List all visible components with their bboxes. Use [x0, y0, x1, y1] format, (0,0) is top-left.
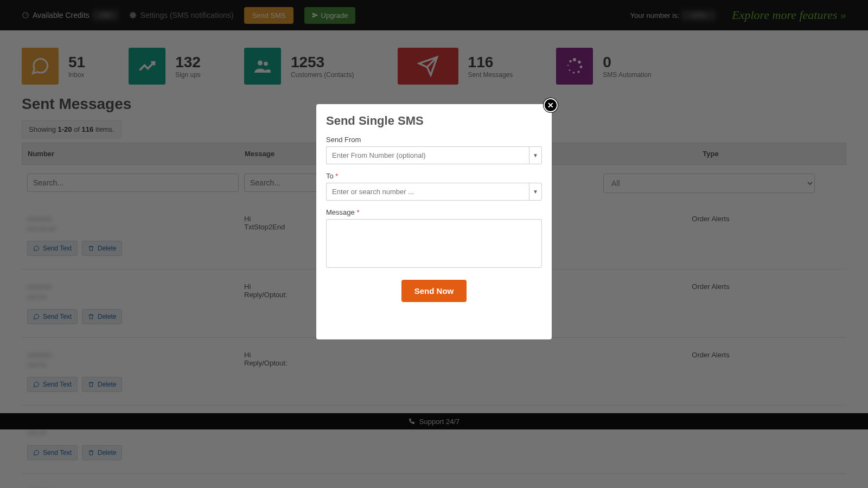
to-input[interactable]	[326, 183, 529, 201]
to-label: To *	[326, 172, 542, 180]
send-from-input[interactable]	[326, 146, 529, 164]
close-icon[interactable]: ✕	[544, 98, 558, 112]
modal-title: Send Single SMS	[326, 114, 542, 128]
message-label: Message *	[326, 208, 542, 216]
send-now-button[interactable]: Send Now	[401, 280, 467, 302]
chevron-down-icon[interactable]: ▼	[529, 146, 542, 164]
chevron-down-icon[interactable]: ▼	[529, 183, 542, 201]
message-textarea[interactable]	[326, 219, 542, 268]
send-from-label: Send From	[326, 136, 542, 144]
send-sms-modal: ✕ Send Single SMS Send From ▼ To * ▼ Mes…	[316, 104, 552, 339]
